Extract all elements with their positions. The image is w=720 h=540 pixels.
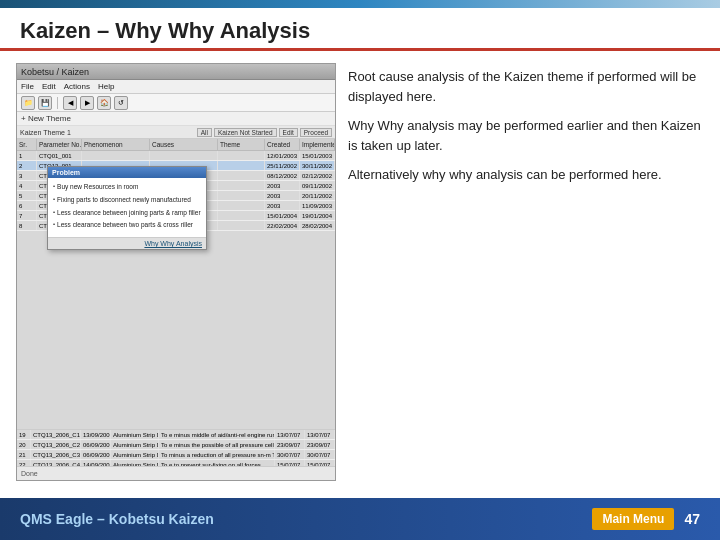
- table-row[interactable]: 21 CTQ13_2006_C3 06/09/2007 Aluminium St…: [17, 450, 335, 460]
- modal-item: • Buy new Resources in room: [53, 182, 201, 192]
- theme-header: Kaizen Theme 1 All Kaizen Not Started Ed…: [17, 126, 335, 139]
- toolbar-forward-btn[interactable]: ▶: [80, 96, 94, 110]
- toolbar-refresh-btn[interactable]: ↺: [114, 96, 128, 110]
- col-theme: Theme: [218, 139, 265, 150]
- theme-all-btn[interactable]: All: [197, 128, 212, 137]
- col-phen: Phenomenon: [82, 139, 150, 150]
- bullet-icon: •: [53, 220, 55, 229]
- footer: QMS Eagle – Kobetsu Kaizen Main Menu 47: [0, 498, 720, 540]
- new-theme-label[interactable]: + New Theme: [21, 114, 71, 123]
- menu-edit[interactable]: Edit: [42, 82, 56, 91]
- modal-item-text: Less clearance between two parts & cross…: [57, 220, 193, 230]
- theme-edit-btn[interactable]: Edit: [279, 128, 298, 137]
- footer-separator: –: [97, 511, 109, 527]
- bullet-icon: •: [53, 195, 55, 204]
- toolbar-folder-btn[interactable]: 📁: [21, 96, 35, 110]
- description-block-3: Alternatively why why analysis can be pe…: [348, 165, 704, 185]
- description-panel: Root cause analysis of the Kaizen theme …: [348, 63, 704, 481]
- theme-proceed-btn[interactable]: Proceed: [300, 128, 332, 137]
- kaizen-content: Kaizen Theme 1 All Kaizen Not Started Ed…: [17, 126, 335, 480]
- table-row[interactable]: 1 CTQ01_001 12/01/2003 15/01/2003: [17, 151, 335, 161]
- page-header: Kaizen – Why Why Analysis: [0, 8, 720, 51]
- problem-modal: Problem • Buy new Resources in room • Fi…: [47, 166, 207, 250]
- modal-item-text: Buy new Resources in room: [57, 182, 138, 192]
- toolbar-back-btn[interactable]: ◀: [63, 96, 77, 110]
- modal-content: • Buy new Resources in room • Fixing par…: [48, 178, 206, 237]
- col-causes: Causes: [150, 139, 218, 150]
- menu-help[interactable]: Help: [98, 82, 114, 91]
- table-row[interactable]: 19 CTQ13_2006_C1 13/09/2007 Aluminium St…: [17, 430, 335, 440]
- modal-item: • Less clearance between joining parts &…: [53, 208, 201, 218]
- col-param: Parameter No.: [37, 139, 82, 150]
- modal-title: Problem: [48, 167, 206, 178]
- screenshot-panel: Kobetsu / Kaizen File Edit Actions Help …: [16, 63, 336, 481]
- modal-footer[interactable]: Why Why Analysis: [48, 237, 206, 249]
- window-statusbar: Done: [17, 466, 335, 480]
- toolbar-separator: [57, 97, 58, 109]
- toolbar-home-btn[interactable]: 🏠: [97, 96, 111, 110]
- description-block-1: Root cause analysis of the Kaizen theme …: [348, 67, 704, 106]
- modal-item: • Less clearance between two parts & cro…: [53, 220, 201, 230]
- why-why-btn[interactable]: Why Why Analysis: [144, 240, 202, 247]
- footer-app-label: QMS Eagle – Kobetsu Kaizen: [20, 511, 214, 527]
- window-toolbar: 📁 💾 ◀ ▶ 🏠 ↺: [17, 94, 335, 112]
- menu-file[interactable]: File: [21, 82, 34, 91]
- top-gradient-bar: [0, 0, 720, 8]
- footer-qms-label: QMS Eagle: [20, 511, 93, 527]
- footer-module-label: Kobetsu Kaizen: [109, 511, 214, 527]
- table-row[interactable]: 20 CTQ13_2006_C2 06/09/2007 Aluminium St…: [17, 440, 335, 450]
- theme-header-label: Kaizen Theme 1: [20, 129, 197, 136]
- modal-item: • Fixing parts to disconnect newly manuf…: [53, 195, 201, 205]
- col-sr: Sr.: [17, 139, 37, 150]
- col-created: Created: [265, 139, 300, 150]
- bullet-icon: •: [53, 208, 55, 217]
- page-title: Kaizen – Why Why Analysis: [20, 18, 700, 44]
- main-menu-button[interactable]: Main Menu: [592, 508, 674, 530]
- modal-item-text: Less clearance between joining parts & r…: [57, 208, 200, 218]
- new-theme-bar[interactable]: + New Theme: [17, 112, 335, 126]
- footer-right: Main Menu 47: [592, 508, 700, 530]
- bullet-icon: •: [53, 182, 55, 191]
- statusbar-text: Done: [21, 470, 38, 477]
- modal-item-text: Fixing parts to disconnect newly manufac…: [57, 195, 191, 205]
- table-rows: 1 CTQ01_001 12/01/2003 15/01/2003 2 CTQ1…: [17, 151, 335, 429]
- theme-kaizen-btn[interactable]: Kaizen Not Started: [214, 128, 277, 137]
- window-title: Kobetsu / Kaizen: [21, 67, 89, 77]
- menu-actions[interactable]: Actions: [64, 82, 90, 91]
- table-column-headers: Sr. Parameter No. Phenomenon Causes Them…: [17, 139, 335, 151]
- window-titlebar: Kobetsu / Kaizen: [17, 64, 335, 80]
- toolbar-save-btn[interactable]: 💾: [38, 96, 52, 110]
- col-implemented: Implemented: [300, 139, 335, 150]
- window-menubar[interactable]: File Edit Actions Help: [17, 80, 335, 94]
- main-content: Kobetsu / Kaizen File Edit Actions Help …: [0, 51, 720, 493]
- page-number: 47: [684, 511, 700, 527]
- description-block-2: Why Why analysis may be performed earlie…: [348, 116, 704, 155]
